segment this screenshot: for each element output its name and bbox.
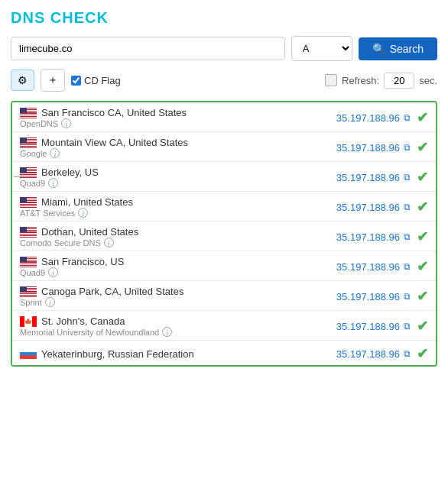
location-line: Canoga Park, CA, United States (20, 286, 310, 297)
ip-value[interactable]: 35.197.188.96 (316, 348, 400, 360)
search-input[interactable] (11, 37, 285, 60)
location-name: Miami, United States (41, 196, 133, 208)
location-col: San Francisco CA, United States OpenDNS … (20, 107, 316, 128)
refresh-checkbox[interactable] (325, 74, 337, 86)
provider-text: AT&T Services (20, 209, 75, 218)
location-name: San Francisco CA, United States (41, 107, 187, 118)
external-link-icon[interactable]: ⧉ (404, 202, 411, 212)
location-name: Dothan, United States (41, 226, 138, 238)
location-line: Mountain View CA, United States (20, 137, 310, 148)
table-row: Yekaterinburg, Russian Federation 35.197… (12, 341, 436, 365)
ip-value[interactable]: 35.197.188.96 (316, 261, 400, 273)
flag-icon (20, 197, 37, 208)
ip-value[interactable]: 35.197.188.96 (316, 291, 400, 302)
provider-text: Quad9 (20, 268, 45, 277)
table-row: Canoga Park, CA, United States Sprint i … (12, 281, 436, 311)
provider-text: Comodo Secure DNS (20, 238, 101, 247)
location-line: Berkeley, US (20, 167, 310, 178)
table-row: San Francisco, US Quad9 i 35.197.188.96 … (12, 251, 436, 281)
check-icon: ✔ (417, 199, 428, 215)
provider-name: Quad9 i (20, 178, 310, 188)
location-col: San Francisco, US Quad9 i (20, 256, 316, 277)
table-row: Mountain View CA, United States Google i… (12, 132, 436, 162)
info-icon[interactable]: i (78, 208, 88, 218)
ip-value[interactable]: 35.197.188.96 (316, 142, 400, 154)
info-icon[interactable]: i (48, 267, 58, 277)
location-line: San Francisco, US (20, 256, 310, 267)
location-col: Mountain View CA, United States Google i (20, 137, 316, 158)
dns-type-select[interactable]: A AAAA MX CNAME TXT NS (291, 36, 352, 61)
provider-text: Sprint (20, 298, 42, 307)
location-col: Dothan, United States Comodo Secure DNS … (20, 226, 316, 247)
external-link-icon[interactable]: ⧉ (404, 321, 411, 332)
sec-label: sec. (419, 75, 437, 86)
location-col: Miami, United States AT&T Services i (20, 196, 316, 218)
location-col: Yekaterinburg, Russian Federation (20, 348, 316, 360)
check-icon: ✔ (417, 109, 428, 126)
flag-icon (20, 316, 37, 327)
provider-name: Google i (20, 148, 310, 158)
refresh-area: Refresh: sec. (325, 73, 437, 89)
add-button[interactable]: ＋ (41, 69, 65, 92)
table-row: → Berkeley, US Quad9 i 35.197.188.96 ⧉ ✔ (12, 162, 436, 192)
ip-value[interactable]: 35.197.188.96 (316, 112, 400, 124)
cd-flag-checkbox[interactable] (71, 76, 81, 86)
provider-text: OpenDNS (20, 119, 58, 128)
info-icon[interactable]: i (104, 238, 114, 247)
table-row: St. John's, Canada Memorial University o… (12, 311, 436, 341)
provider-name: AT&T Services i (20, 208, 310, 218)
ip-value[interactable]: 35.197.188.96 (316, 172, 400, 183)
provider-name: OpenDNS i (20, 118, 310, 128)
location-line: San Francisco CA, United States (20, 107, 310, 118)
info-icon[interactable]: i (61, 118, 71, 128)
filter-icon: ⚙ (18, 74, 28, 86)
location-name: Mountain View CA, United States (41, 137, 188, 148)
location-col: Berkeley, US Quad9 i (20, 167, 316, 188)
check-icon: ✔ (417, 345, 428, 362)
refresh-label: Refresh: (342, 75, 379, 86)
search-row: A AAAA MX CNAME TXT NS 🔍 Search (11, 36, 437, 61)
search-button[interactable]: 🔍 Search (359, 37, 437, 60)
provider-name: Quad9 i (20, 267, 310, 277)
external-link-icon[interactable]: ⧉ (404, 231, 411, 242)
info-icon[interactable]: i (50, 148, 60, 158)
refresh-input[interactable] (384, 73, 414, 89)
plus-icon: ＋ (47, 73, 58, 87)
external-link-icon[interactable]: ⧉ (404, 261, 411, 272)
check-icon: ✔ (417, 318, 428, 335)
table-row: Dothan, United States Comodo Secure DNS … (12, 222, 436, 251)
provider-name: Sprint i (20, 297, 310, 307)
external-link-icon[interactable]: ⧉ (404, 172, 411, 183)
location-name: Canoga Park, CA, United States (41, 286, 183, 297)
flag-icon (20, 167, 37, 178)
check-icon: ✔ (417, 258, 428, 275)
flag-icon (20, 286, 37, 297)
results-container: San Francisco CA, United States OpenDNS … (11, 101, 437, 367)
check-icon: ✔ (417, 228, 428, 245)
location-col: Canoga Park, CA, United States Sprint i (20, 286, 316, 307)
page-title: DNS CHECK (11, 9, 437, 27)
flag-icon (20, 348, 37, 359)
info-icon[interactable]: i (48, 178, 58, 188)
cd-flag-text: CD Flag (84, 75, 121, 86)
location-col: St. John's, Canada Memorial University o… (20, 315, 316, 337)
filter-button[interactable]: ⚙ (11, 70, 34, 91)
check-icon: ✔ (417, 169, 428, 186)
ip-value[interactable]: 35.197.188.96 (316, 202, 400, 213)
location-line: St. John's, Canada (20, 315, 310, 327)
flag-icon (20, 137, 37, 148)
ip-value[interactable]: 35.197.188.96 (316, 231, 400, 243)
ip-value[interactable]: 35.197.188.96 (316, 321, 400, 332)
flag-icon (20, 108, 37, 118)
external-link-icon[interactable]: ⧉ (404, 142, 411, 153)
info-icon[interactable]: i (45, 297, 55, 307)
info-icon[interactable]: i (162, 327, 172, 337)
location-name: Yekaterinburg, Russian Federation (41, 348, 194, 360)
external-link-icon[interactable]: ⧉ (404, 112, 411, 123)
cd-flag-label[interactable]: CD Flag (71, 75, 121, 86)
external-link-icon[interactable]: ⧉ (404, 348, 411, 359)
check-icon: ✔ (417, 139, 428, 156)
table-row: San Francisco CA, United States OpenDNS … (12, 102, 436, 132)
flag-icon (20, 227, 37, 238)
external-link-icon[interactable]: ⧉ (404, 291, 411, 302)
